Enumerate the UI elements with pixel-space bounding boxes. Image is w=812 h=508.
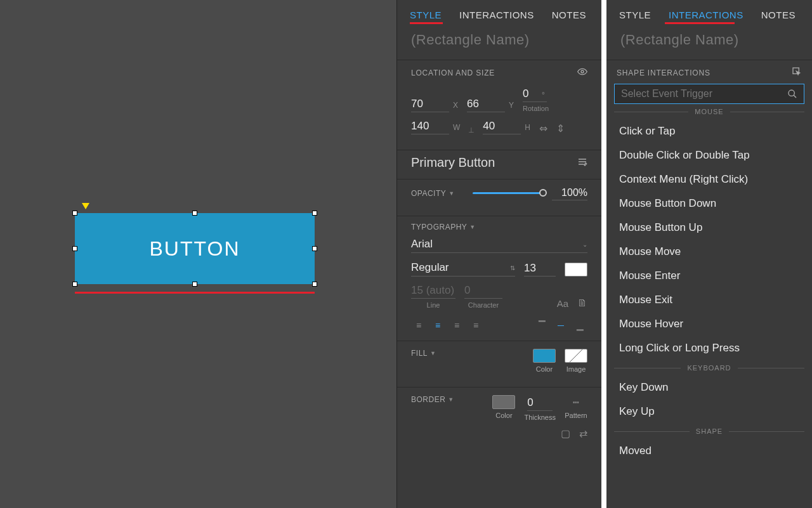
button-shape[interactable]: BUTTON: [75, 213, 315, 284]
y-input[interactable]: [467, 96, 505, 112]
event-mouse-down[interactable]: Mouse Button Down: [606, 192, 812, 216]
width-input[interactable]: [411, 119, 449, 134]
resize-handle-bl[interactable]: [72, 282, 77, 287]
line-height-input[interactable]: [411, 283, 455, 299]
location-size-section: LOCATION AND SIZE X Y ° Rotation W ⟂ H ⇔…: [397, 60, 601, 150]
tab-underline-2: [665, 22, 735, 24]
chevron-down-icon[interactable]: ⌄: [582, 241, 587, 248]
keyboard-group-divider: KEYBOARD: [614, 364, 804, 372]
y-label: Y: [509, 101, 514, 110]
text-options-icon[interactable]: 🗎: [577, 297, 587, 309]
align-top-button[interactable]: ▔: [534, 319, 549, 332]
panel2-tabs: STYLE INTERACTIONS NOTES: [606, 0, 812, 23]
event-moved[interactable]: Moved: [606, 439, 812, 463]
event-long-click[interactable]: Long Click or Long Press: [606, 336, 812, 360]
v-align-group: ▔ ─ ▁: [534, 319, 587, 332]
button-text: BUTTON: [150, 237, 240, 261]
font-family-select[interactable]: Arial: [411, 238, 433, 251]
edit-style-icon[interactable]: [577, 155, 587, 170]
char-spacing-input[interactable]: [464, 283, 502, 299]
flip-horizontal-icon[interactable]: ⇔: [539, 122, 547, 134]
font-color-swatch[interactable]: [565, 263, 587, 277]
style-panel: STYLE INTERACTIONS NOTES (Rectangle Name…: [396, 0, 601, 508]
fill-label: FILL: [411, 349, 428, 358]
border-pattern-icon[interactable]: ┅: [565, 395, 587, 409]
align-bottom-button[interactable]: ▁: [572, 319, 587, 332]
flip-vertical-icon[interactable]: ⇕: [556, 122, 565, 134]
height-input[interactable]: [483, 119, 521, 134]
event-mouse-enter[interactable]: Mouse Enter: [606, 264, 812, 288]
svg-point-2: [789, 90, 794, 96]
border-visibility-icon[interactable]: ▢: [561, 427, 570, 440]
chevron-down-icon[interactable]: ▼: [449, 190, 454, 197]
rotation-label: Rotation: [523, 105, 549, 112]
chevron-down-icon[interactable]: ▼: [448, 396, 454, 403]
tab-notes-2[interactable]: NOTES: [761, 10, 796, 20]
event-key-down[interactable]: Key Down: [606, 375, 812, 400]
event-context-menu[interactable]: Context Menu (Right Click): [606, 167, 812, 192]
tab-interactions[interactable]: INTERACTIONS: [459, 10, 534, 20]
align-justify-button[interactable]: ≡: [468, 319, 483, 332]
tab-style-2[interactable]: STYLE: [619, 10, 651, 20]
text-transform-icon[interactable]: Aa: [557, 298, 568, 309]
event-mouse-move[interactable]: Mouse Move: [606, 240, 812, 264]
panel1-tabs: STYLE INTERACTIONS NOTES: [397, 0, 601, 23]
align-middle-button[interactable]: ─: [553, 319, 568, 332]
stepper-icon[interactable]: ⇅: [510, 264, 515, 271]
align-center-button[interactable]: ≡: [430, 319, 445, 332]
opacity-input[interactable]: [552, 186, 587, 200]
style-name[interactable]: Primary Button: [411, 155, 495, 170]
visibility-icon[interactable]: [577, 67, 587, 79]
event-mouse-hover[interactable]: Mouse Hover: [606, 312, 812, 336]
widget-name-input[interactable]: (Rectangle Name): [397, 23, 601, 60]
event-key-up[interactable]: Key Up: [606, 400, 812, 424]
event-double-click[interactable]: Double Click or Double Tap: [606, 143, 812, 167]
selected-shape[interactable]: BUTTON: [75, 213, 315, 284]
tab-underline: [410, 22, 443, 24]
lock-aspect-icon[interactable]: ⟂: [469, 125, 474, 134]
align-right-button[interactable]: ≡: [449, 319, 464, 332]
font-size-input[interactable]: [524, 261, 556, 277]
event-trigger-input[interactable]: [621, 88, 787, 100]
svg-point-0: [581, 70, 584, 73]
event-mouse-up[interactable]: Mouse Button Up: [606, 216, 812, 240]
selection-indicator-icon: [82, 203, 89, 209]
resize-handle-tr[interactable]: [312, 211, 317, 216]
chevron-down-icon[interactable]: ▼: [469, 224, 475, 230]
border-section: BORDER▼ Color Thickness ┅Pattern ▢ ⇄: [397, 387, 601, 453]
opacity-slider[interactable]: [473, 192, 543, 194]
event-trigger-search[interactable]: [614, 84, 804, 104]
resize-handle-tm[interactable]: [192, 211, 197, 216]
fill-color-label: Color: [536, 365, 553, 373]
event-mouse-exit[interactable]: Mouse Exit: [606, 288, 812, 312]
chevron-down-icon[interactable]: ▼: [430, 350, 436, 356]
x-input[interactable]: [411, 96, 449, 112]
resize-handle-br[interactable]: [312, 282, 317, 287]
border-thickness-input[interactable]: [527, 395, 553, 411]
event-click[interactable]: Click or Tap: [606, 119, 812, 143]
resize-handle-mr[interactable]: [312, 246, 317, 251]
resize-handle-tl[interactable]: [72, 211, 77, 216]
resize-handle-ml[interactable]: [72, 246, 77, 251]
shape-interactions-header-row: SHAPE INTERACTIONS: [606, 60, 812, 84]
border-swap-icon[interactable]: ⇄: [579, 427, 587, 440]
border-color-swatch[interactable]: [492, 395, 515, 409]
search-icon[interactable]: [787, 89, 797, 99]
resize-handle-bm[interactable]: [192, 282, 197, 287]
shape-group-divider: SHAPE: [614, 427, 804, 435]
align-left-button[interactable]: ≡: [411, 319, 426, 332]
fill-image-swatch[interactable]: [565, 349, 587, 363]
tab-interactions-2[interactable]: INTERACTIONS: [669, 10, 743, 20]
fill-image-label: Image: [566, 365, 586, 373]
canvas[interactable]: BUTTON: [0, 0, 396, 508]
font-weight-select[interactable]: Regular: [411, 261, 449, 274]
tab-notes[interactable]: NOTES: [552, 10, 586, 20]
x-label: X: [453, 101, 458, 110]
tab-style[interactable]: STYLE: [410, 10, 442, 20]
opacity-slider-thumb[interactable]: [539, 189, 547, 197]
opacity-section: OPACITY▼: [397, 179, 601, 216]
widget-name-input-2[interactable]: (Rectangle Name): [606, 23, 812, 60]
interactions-action-icon[interactable]: [792, 67, 802, 79]
fill-color-swatch[interactable]: [533, 349, 556, 363]
h-align-group: ≡ ≡ ≡ ≡: [411, 319, 483, 332]
